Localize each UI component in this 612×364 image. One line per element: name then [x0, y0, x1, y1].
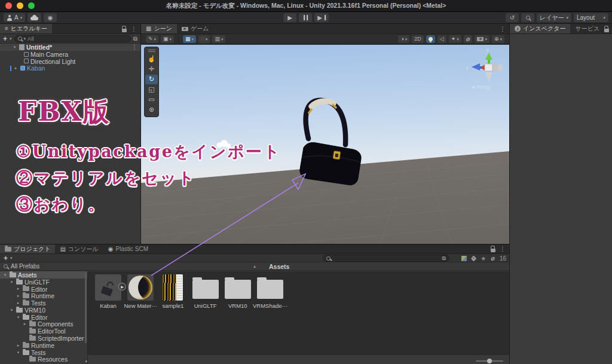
project-search-input[interactable]: ⧉: [323, 255, 449, 262]
package-filter-icon[interactable]: [461, 256, 467, 261]
hierarchy-item-directional-light[interactable]: Directional Light: [0, 58, 140, 65]
cloud-button[interactable]: [27, 13, 41, 22]
slider-knob[interactable]: [487, 359, 492, 363]
grid-snap-button[interactable]: ▦ ▾: [183, 35, 196, 43]
tree-item-editortool[interactable]: EditorTool: [0, 328, 87, 335]
shading-mode-button[interactable]: ◑ ▾: [398, 35, 409, 43]
tree-arrow-icon[interactable]: ▾: [9, 280, 14, 285]
move-snap-button[interactable]: ∷ ▾: [198, 35, 210, 43]
hidden-objects-button[interactable]: ø: [464, 35, 473, 43]
kebab-menu-icon[interactable]: ⋮: [500, 246, 506, 252]
tree-item-tests[interactable]: ▾Tests: [0, 349, 87, 356]
tree-item-components[interactable]: ▸Components: [0, 321, 87, 328]
tree-arrow-icon[interactable]: ▸: [16, 343, 21, 348]
create-asset-button[interactable]: +: [4, 255, 8, 262]
breadcrumb[interactable]: Assets: [269, 263, 289, 270]
2d-toggle-button[interactable]: 2D: [412, 35, 424, 43]
label-filter-icon[interactable]: [471, 255, 477, 261]
tab-game[interactable]: ゲーム: [177, 24, 213, 33]
expand-arrow-icon[interactable]: ▸: [13, 66, 19, 71]
transform-tool-button[interactable]: ⊛: [145, 105, 158, 115]
hierarchy-item-main-camera[interactable]: Main Camera: [0, 51, 140, 58]
kebab-menu-icon[interactable]: ⋮: [131, 26, 137, 32]
hidden-packages-icon[interactable]: ø: [491, 255, 495, 262]
play-button[interactable]: ▶: [283, 13, 296, 22]
kebab-menu-icon[interactable]: ⋮: [500, 26, 506, 32]
tree-arrow-icon[interactable]: ▸: [16, 286, 21, 291]
caret-down-icon[interactable]: ▾: [10, 256, 13, 260]
hierarchy-search-input[interactable]: ▾ All: [14, 35, 131, 42]
tree-arrow-icon[interactable]: ▸: [22, 322, 27, 326]
tab-hierarchy[interactable]: ≡ ヒエラルキー: [0, 24, 52, 33]
lock-icon[interactable]: [491, 249, 495, 252]
effects-toggle-button[interactable]: ✦ ▾: [449, 35, 461, 43]
asset-vrm10[interactable]: VRM10: [222, 274, 253, 309]
pause-button[interactable]: [299, 13, 312, 22]
tree-arrow-icon[interactable]: ▾: [9, 308, 14, 313]
audio-toggle-button[interactable]: ◁: [437, 35, 446, 43]
tab-plastic-scm[interactable]: ◉ Plastic SCM: [103, 244, 153, 253]
tree-item-runtime[interactable]: ▸Runtime: [0, 342, 87, 349]
move-tool-button[interactable]: ✛: [145, 65, 158, 74]
asset-unigltf[interactable]: UniGLTF: [190, 274, 221, 309]
collapse-arrow-icon[interactable]: ▾: [12, 45, 17, 50]
tree-item-scriptedimporter[interactable]: ScriptedImporter: [0, 335, 87, 342]
lock-icon[interactable]: [122, 29, 127, 32]
scrollbar-thumb[interactable]: [85, 273, 87, 343]
tree-item-runtime[interactable]: ▸Runtime: [0, 292, 87, 299]
pivot-mode-button[interactable]: ▣ ▾: [161, 35, 174, 43]
search-in-window-icon[interactable]: ⧉: [133, 36, 137, 42]
step-button[interactable]: ▶: [314, 13, 329, 22]
scale-tool-button[interactable]: ◱: [145, 85, 158, 94]
undo-history-button[interactable]: ↺: [506, 13, 519, 22]
search-button[interactable]: [521, 13, 534, 22]
collapse-icon[interactable]: ▴: [253, 264, 256, 269]
favorite-all-prefabs[interactable]: All Prefabs: [11, 263, 39, 270]
lighting-toggle-button[interactable]: [426, 35, 435, 43]
hierarchy-scene-row[interactable]: ▾ Untitled* ⋮: [0, 44, 140, 51]
snap-increment-button[interactable]: ▥ ▾: [212, 35, 225, 43]
overlay-drag-handle[interactable]: [148, 50, 155, 52]
view-hand-tool-button[interactable]: ☝: [145, 54, 158, 64]
account-button[interactable]: A ▾: [4, 13, 25, 22]
perspective-label[interactable]: ◀ Persp: [472, 84, 491, 90]
asset-vrmshade[interactable]: VRMShade···: [255, 274, 286, 309]
tab-scene[interactable]: ▦ シーン: [141, 24, 177, 33]
gizmos-button[interactable]: ⊕ ▾: [492, 35, 504, 43]
tree-item-resources[interactable]: Resources: [0, 356, 87, 363]
caret-down-icon[interactable]: ▾: [10, 36, 12, 41]
tree-item-assets[interactable]: ▾Assets: [0, 271, 87, 279]
tab-services[interactable]: サービス: [570, 24, 604, 33]
layers-dropdown[interactable]: レイヤー ▾: [537, 13, 571, 22]
tree-arrow-icon[interactable]: ▾: [2, 273, 8, 277]
rotate-tool-button[interactable]: ↻: [145, 75, 158, 84]
close-button[interactable]: [5, 2, 12, 9]
camera-settings-button[interactable]: ▾: [475, 35, 489, 43]
asset-kaban[interactable]: ▶Kaban: [93, 274, 124, 309]
tree-arrow-icon[interactable]: ▾: [16, 315, 21, 320]
draw-tool-button[interactable]: ✎ ▾: [146, 35, 158, 43]
tab-inspector[interactable]: i インスペクター: [510, 24, 570, 33]
add-object-button[interactable]: +: [3, 35, 7, 42]
scene-viewport[interactable]: ☝ ✛ ↻ ◱ ▭ ⊛ ◀ Persp: [141, 45, 509, 244]
rect-tool-button[interactable]: ▭: [145, 95, 158, 105]
layout-dropdown[interactable]: Layout ▾: [574, 13, 608, 22]
tree-item-editor[interactable]: ▾Editor: [0, 314, 87, 321]
tree-item-unigltf[interactable]: ▾UniGLTF: [0, 279, 87, 286]
thumbnail-zoom-slider[interactable]: [476, 359, 503, 363]
hierarchy-item-kaban[interactable]: ▸Kaban: [0, 65, 140, 72]
tree-arrow-icon[interactable]: ▸: [16, 293, 21, 298]
tree-item-editor[interactable]: ▸Editor: [0, 286, 87, 293]
tree-item-tests[interactable]: ▸Tests: [0, 299, 87, 307]
lock-icon[interactable]: [604, 29, 609, 32]
minimize-button[interactable]: [17, 2, 23, 9]
tab-project[interactable]: プロジェクト: [0, 244, 55, 253]
tree-item-vrm10[interactable]: ▾VRM10: [0, 307, 87, 314]
tree-arrow-icon[interactable]: ▸: [16, 301, 21, 305]
fullscreen-button[interactable]: [28, 2, 35, 9]
kebab-menu-icon[interactable]: ⋮: [131, 44, 140, 50]
asset-new-mater[interactable]: New Mater···: [125, 274, 156, 309]
tree-arrow-icon[interactable]: ▾: [16, 350, 21, 355]
asset-sample1[interactable]: sample1: [157, 274, 188, 309]
scroll-down-icon[interactable]: ▾: [85, 359, 87, 364]
